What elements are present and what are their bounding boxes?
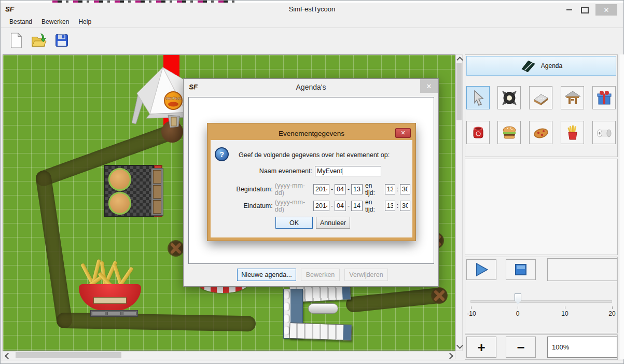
app-window: SF SimFestTycoon ✕ Bestand Bewerken Help [0, 0, 624, 364]
end-minute-input[interactable] [400, 201, 410, 211]
titlebar: SF SimFestTycoon ✕ [1, 3, 623, 16]
close-icon: ✕ [426, 82, 432, 90]
slider-label-minus10: -10 [467, 310, 476, 317]
new-document-icon [8, 32, 24, 49]
new-file-button[interactable] [7, 31, 25, 50]
end-year-input[interactable] [313, 201, 329, 211]
agendas-dialog-close-button[interactable]: ✕ [420, 79, 438, 93]
event-name-label: Naam evenement: [211, 167, 312, 175]
edit-agenda-button[interactable]: Bewerken [301, 269, 340, 281]
close-icon: ✕ [604, 6, 609, 14]
cursor-icon [469, 89, 488, 107]
agendas-dialog-title: Agenda's [184, 83, 438, 91]
close-icon: ✕ [400, 130, 405, 136]
event-dialog-body: ? Geef de volgende gegevens over het eve… [211, 140, 412, 237]
horizontal-scroll-thumb[interactable] [16, 352, 121, 358]
menu-help[interactable]: Help [74, 17, 95, 27]
begin-date-label: Begindatum: [211, 186, 273, 193]
new-agenda-button[interactable]: Nieuwe agenda... [237, 269, 296, 281]
plus-icon: + [477, 341, 485, 354]
open-file-button[interactable] [30, 31, 48, 50]
map-horizontal-scrollbar[interactable] [3, 351, 455, 359]
play-button[interactable] [466, 259, 496, 280]
minus-icon: − [517, 341, 524, 354]
toilet-paper-icon [595, 123, 614, 142]
pizza-icon [532, 123, 550, 142]
tool-stage[interactable] [561, 86, 584, 109]
burger-prop-1 [108, 168, 131, 191]
tool-trash-can[interactable] [466, 121, 490, 144]
stage-icon [563, 89, 582, 107]
fries-stand-sign [93, 297, 127, 304]
end-month-input[interactable] [335, 201, 346, 211]
sidebar-empty-panel [465, 159, 618, 255]
end-hour-input[interactable] [385, 201, 395, 211]
help-icon: ? [215, 147, 229, 161]
tool-hamburger[interactable] [497, 121, 521, 144]
scroll-right-icon[interactable] [447, 353, 453, 359]
barrier-bottom [289, 323, 352, 341]
tool-path-tile[interactable] [529, 86, 552, 109]
status-bar [1, 360, 623, 363]
tool-gift[interactable] [592, 86, 616, 109]
begin-minute-input[interactable] [400, 184, 410, 194]
map-x-marker-1 [168, 240, 184, 257]
end-day-input[interactable] [351, 201, 363, 211]
event-dialog-close-button[interactable]: ✕ [395, 128, 411, 138]
map-vertical-scrollbar[interactable] [455, 54, 463, 351]
maximize-button[interactable] [578, 4, 591, 16]
tool-cursor[interactable] [466, 86, 490, 109]
fries-stand [79, 261, 141, 311]
begin-time-label: en tijd: [365, 182, 382, 197]
tool-pizza[interactable] [529, 121, 552, 144]
stop-button[interactable] [506, 259, 536, 280]
tool-spotlight[interactable] [497, 86, 521, 109]
white-cylinder-prop [308, 303, 338, 314]
begin-year-input[interactable] [313, 184, 329, 194]
picnic-bench-horizontal [90, 310, 138, 317]
text-caret [342, 168, 342, 175]
minimize-icon [566, 9, 572, 10]
trash-can-icon [469, 123, 488, 142]
minimize-button[interactable] [563, 4, 575, 16]
maximize-icon [581, 7, 589, 13]
begin-hour-input[interactable] [385, 184, 395, 194]
menu-bestand[interactable]: Bestand [5, 17, 36, 27]
zoom-out-button[interactable]: − [506, 337, 536, 358]
tool-fries[interactable] [561, 121, 584, 144]
close-button[interactable]: ✕ [595, 4, 617, 16]
delete-agenda-button[interactable]: Verwijderen [344, 269, 388, 281]
zoom-level-value: 100% [552, 343, 569, 351]
scroll-left-icon[interactable] [5, 353, 11, 359]
zoom-in-button[interactable]: + [466, 337, 496, 358]
slider-label-0: 0 [516, 310, 520, 317]
save-file-button[interactable] [53, 31, 71, 50]
toolbar [1, 28, 623, 53]
agenda-button-label: Agenda [541, 62, 562, 69]
ok-button[interactable]: OK [275, 217, 313, 229]
agenda-button[interactable]: Agenda [466, 56, 616, 76]
zoom-level-field[interactable]: 100% [547, 337, 617, 358]
event-name-input[interactable] [315, 166, 381, 176]
begin-day-input[interactable] [351, 184, 363, 194]
path-tile-icon [532, 89, 550, 107]
cancel-button[interactable]: Annuleer [316, 217, 350, 229]
tool-toilet-paper[interactable] [592, 121, 616, 144]
fries-icon [563, 123, 582, 142]
speed-slider-track[interactable] [470, 300, 612, 303]
scroll-down-icon[interactable] [456, 342, 463, 349]
vertical-scroll-thumb[interactable] [456, 63, 462, 120]
map-path-vertical [35, 170, 73, 329]
window-title: SimFestTycoon [1, 5, 623, 13]
end-time-label: en tijd: [365, 199, 382, 213]
scroll-up-icon[interactable] [456, 57, 463, 63]
playback-status-panel [547, 258, 617, 281]
event-prompt: Geef de volgende gegevens over het eveme… [239, 151, 390, 159]
begin-month-input[interactable] [335, 184, 346, 194]
hamburger-icon [500, 123, 519, 142]
menu-bewerken[interactable]: Bewerken [37, 17, 73, 27]
sidebar-playback-section: -10 0 10 20 [465, 257, 618, 333]
map-x-marker-2 [431, 287, 448, 304]
open-folder-icon [31, 32, 47, 49]
fries-bowl [79, 284, 141, 311]
